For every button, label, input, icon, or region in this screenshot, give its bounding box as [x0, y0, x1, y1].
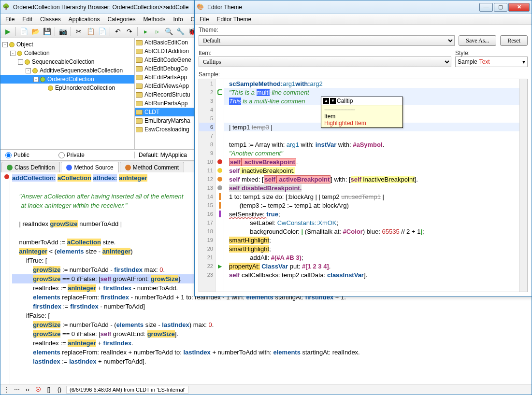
- package-item[interactable]: AbtEditPartsApp: [135, 73, 202, 82]
- tree-node[interactable]: EpUnorderedCollection: [0, 84, 134, 92]
- maximize-button[interactable]: [494, 3, 507, 12]
- menu-methods[interactable]: Methods: [141, 15, 169, 24]
- package-item[interactable]: EswCrossloading: [135, 125, 202, 134]
- tree-node[interactable]: -Collection: [0, 49, 134, 57]
- package-item[interactable]: AbtBasicEditCon: [135, 38, 202, 47]
- camera-button[interactable]: 📷: [58, 26, 68, 37]
- scrollbar[interactable]: [519, 79, 527, 292]
- status-icon-6[interactable]: (): [56, 386, 63, 394]
- tab-class-definition[interactable]: Class Definition: [1, 162, 60, 172]
- sample-editor[interactable]: 1234567891011121314151617181920212223 ▶ …: [199, 79, 528, 292]
- tools-button[interactable]: 🔧: [175, 26, 186, 37]
- open-button[interactable]: 📂: [30, 26, 41, 37]
- sample-label: Sample:: [199, 71, 223, 78]
- reset-button[interactable]: Reset: [500, 35, 528, 46]
- status-icon-3[interactable]: ‹›: [24, 386, 31, 394]
- run-button[interactable]: ▶: [2, 26, 13, 37]
- step-run-button[interactable]: ▸: [140, 26, 151, 37]
- titlebar-2[interactable]: 🎨 Editor Theme: [195, 0, 532, 14]
- tree-node[interactable]: -AdditiveSequenceableCollection: [0, 66, 134, 75]
- calltip: ▲▼ Calltip ---------------------ItemHigh…: [321, 97, 403, 128]
- menu-classes[interactable]: Classes: [37, 15, 64, 24]
- marker-column: ▶: [216, 79, 224, 292]
- menu-file[interactable]: File: [2, 15, 17, 24]
- inspect-button[interactable]: ▹: [152, 26, 162, 37]
- copy-button[interactable]: 📋: [85, 26, 96, 37]
- package-item[interactable]: CLDT: [135, 108, 202, 116]
- item-label: Item:: [199, 50, 451, 56]
- menu-edit[interactable]: Edit: [19, 15, 35, 24]
- package-item[interactable]: EmLibraryMarsha: [135, 116, 202, 125]
- menu-editor-theme[interactable]: Editor Theme: [214, 15, 254, 24]
- app-icon: 🌳: [2, 3, 10, 11]
- minimize-button[interactable]: [479, 3, 493, 12]
- theme-select[interactable]: Default: [199, 35, 455, 46]
- paste-button[interactable]: 📄: [97, 26, 107, 37]
- close-button[interactable]: [508, 3, 530, 12]
- line-gutter: 1234567891011121314151617181920212223: [199, 79, 216, 292]
- status-icon-4[interactable]: ⦿: [34, 386, 42, 394]
- status-bar: ⋮ ⋯ ‹› ⦿ [] () (6/6/1996 6:48:08 AM) fro…: [0, 384, 532, 395]
- item-select[interactable]: Calltips: [199, 56, 451, 67]
- tree-node[interactable]: -SequenceableCollection: [0, 57, 134, 66]
- status-icon-1[interactable]: ⋮: [2, 386, 10, 394]
- style-select[interactable]: Sample Text ▾: [455, 56, 528, 67]
- menu-categories[interactable]: Categories: [104, 15, 138, 24]
- class-tree[interactable]: -Object-Collection-SequenceableCollectio…: [0, 38, 135, 149]
- search-button[interactable]: 🔍: [163, 26, 174, 37]
- undo-button[interactable]: ↶: [113, 26, 123, 37]
- redo-button[interactable]: ↷: [124, 26, 135, 37]
- radio-public[interactable]: [5, 152, 12, 158]
- class-def-icon: [7, 165, 13, 170]
- menubar-2: File Editor Theme: [195, 14, 532, 25]
- theme-icon: 🎨: [197, 3, 204, 11]
- package-item[interactable]: AbtCLDTAddition: [135, 47, 202, 56]
- menu-applications[interactable]: Applications: [66, 15, 103, 24]
- method-source-icon: [66, 165, 72, 170]
- save-button[interactable]: 💾: [42, 26, 52, 37]
- gutter: [0, 172, 10, 384]
- tab-method-comment[interactable]: Method Comment: [120, 162, 184, 172]
- editor-theme-window: 🎨 Editor Theme File Editor Theme Theme: …: [194, 0, 532, 296]
- default-app-label: Default: MyApplica: [135, 152, 187, 158]
- save-as-button[interactable]: Save As...: [459, 35, 496, 46]
- package-item[interactable]: AbtEditViewsApp: [135, 82, 202, 90]
- package-item[interactable]: AbtEditCodeGene: [135, 56, 202, 64]
- radio-private[interactable]: [58, 152, 65, 158]
- package-list[interactable]: AbtBasicEditConAbtCLDTAdditionAbtEditCod…: [135, 38, 202, 149]
- chevron-down-icon: ▾: [522, 58, 525, 65]
- theme-label: Theme:: [199, 27, 223, 33]
- package-item[interactable]: AbtEditDebugCo: [135, 64, 202, 73]
- menu-info[interactable]: Info: [171, 15, 186, 24]
- tree-node[interactable]: -OrderedCollection: [0, 75, 134, 84]
- menu-file-2[interactable]: File: [197, 15, 212, 24]
- cut-button[interactable]: ✂: [73, 26, 84, 37]
- status-icon-2[interactable]: ⋯: [13, 386, 21, 394]
- tab-method-source[interactable]: Method Source: [61, 162, 118, 172]
- breakpoint-icon[interactable]: [4, 174, 9, 179]
- new-button[interactable]: 📄: [18, 26, 29, 37]
- package-item[interactable]: AbtRunPartsApp: [135, 99, 202, 108]
- sample-code[interactable]: scSampleMethod: arg1 with: arg2 "This is…: [224, 79, 519, 292]
- package-item[interactable]: AbtRecordStructu: [135, 90, 202, 99]
- window-title-2: Editor Theme: [207, 4, 479, 11]
- method-comment-icon: [125, 165, 131, 170]
- status-text: (6/6/1996 6:48:08 AM) from CLDT in 'ES-I…: [66, 386, 188, 394]
- style-label: Style:: [455, 50, 528, 56]
- tree-node[interactable]: -Object: [0, 40, 134, 49]
- status-icon-5[interactable]: []: [45, 386, 53, 394]
